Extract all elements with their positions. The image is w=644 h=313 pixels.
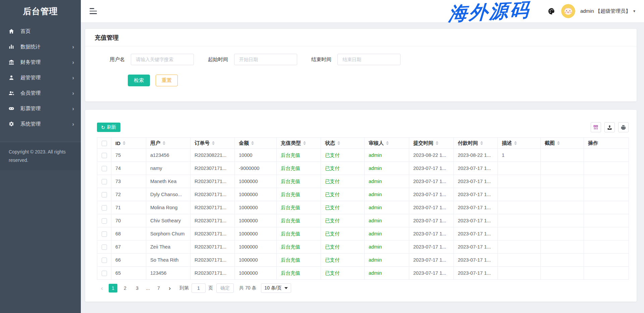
cell-screenshot [541,175,584,188]
cell-action [584,188,629,201]
goto-page-input[interactable] [192,283,206,293]
page-number-7[interactable]: 7 [154,284,163,293]
cell-user: Zeii Thea [146,240,191,254]
row-checkbox-cell [97,188,111,201]
export-button[interactable] [604,122,615,132]
col-auditor[interactable]: 审核人 [365,138,409,149]
col-status[interactable]: 状态 [321,138,365,149]
caret-down-icon [284,287,288,291]
select-all-header [97,138,111,149]
row-checkbox-cell [97,267,111,280]
col-desc[interactable]: 描述 [498,138,541,149]
sidebar-item-finance[interactable]: 财务管理 › [0,54,81,70]
cell-id: 65 [111,267,146,280]
col-id[interactable]: ID [111,138,146,149]
cell-submit_time: 2023-07-17 1... [409,267,454,280]
row-checkbox[interactable] [102,166,107,171]
cell-submit_time: 2023-07-17 1... [409,214,454,227]
select-all-checkbox[interactable] [102,141,107,146]
sidebar-item-lottery[interactable]: 彩票管理 › [0,101,81,116]
columns-filter-button[interactable] [591,122,601,132]
reset-button[interactable]: 重置 [156,75,178,86]
next-page-button[interactable]: › [165,284,175,293]
gamepad-icon [8,105,15,112]
menu-toggle-icon[interactable] [90,8,97,14]
pagination: ‹ 123...7 › 到第 页 确定 共 70 条 10 条/页 [97,283,629,293]
col-submit-time[interactable]: 提交时间 [409,138,454,149]
end-time-filter-label: 结束时间 [311,56,331,63]
cell-auditor: admin [365,188,409,201]
cell-submit_time: 2023-07-17 1... [409,240,454,254]
chevron-right-icon: › [72,75,74,81]
avatar[interactable] [561,4,575,18]
row-checkbox[interactable] [102,192,107,197]
col-pay-time[interactable]: 付款时间 [454,138,498,149]
cell-desc [498,214,541,227]
confirm-page-button[interactable]: 确定 [216,283,234,293]
cell-type: 后台充值 [277,227,321,240]
page-title: 充值管理 [85,29,637,46]
col-screenshot[interactable]: 截图 [541,138,584,149]
table-toolbar: ↻ 刷新 [97,122,629,132]
sort-icon [212,140,215,146]
row-checkbox[interactable] [102,179,107,184]
home-icon [8,28,15,35]
cell-id: 67 [111,240,146,254]
topbar-right: admin 【超级管理员】 ▾ [547,4,635,18]
users-icon [8,90,15,96]
page-unit-label: 页 [208,285,213,291]
print-button[interactable] [618,122,629,132]
sidebar-item-system[interactable]: 系统管理 › [0,116,81,132]
page-ellipsis: ... [144,284,152,293]
sidebar-item-statistics[interactable]: 数据统计 › [0,39,81,54]
cell-auditor: admin [365,267,409,280]
row-checkbox[interactable] [102,218,107,224]
page-number-1[interactable]: 1 [109,284,117,293]
theme-palette-icon[interactable] [547,7,556,15]
copyright: Copyright © 2023. All rights reserved. [0,142,81,170]
sidebar-item-superadmin[interactable]: 超管管理 › [0,70,81,85]
table-row: 70Chiv SothearyR202307171...1000000后台充值已… [97,214,629,227]
row-checkbox[interactable] [102,244,107,250]
prev-page-button[interactable]: ‹ [97,284,107,293]
page-number-3[interactable]: 3 [133,284,142,293]
filter-card: 充值管理 用户名 起始时间 结束时间 [85,29,637,101]
col-order[interactable]: 订单号 [191,138,235,149]
username-filter-input[interactable] [131,54,194,65]
user-menu[interactable]: admin 【超级管理员】 ▾ [580,8,635,14]
col-amount[interactable]: 金额 [235,138,277,149]
col-user[interactable]: 用户 [146,138,191,149]
chevron-right-icon: › [72,106,74,111]
row-checkbox[interactable] [102,153,107,158]
cell-status: 已支付 [321,214,365,227]
col-type[interactable]: 充值类型 [277,138,321,149]
cell-auditor: admin [365,201,409,214]
row-checkbox[interactable] [102,205,107,211]
cell-screenshot [541,188,584,201]
cell-submit_time: 2023-07-17 1... [409,162,454,175]
cell-auditor: admin [365,240,409,254]
page-number-2[interactable]: 2 [121,284,129,293]
cell-status: 已支付 [321,149,365,162]
sidebar-item-members[interactable]: 会员管理 › [0,85,81,101]
refresh-icon: ↻ [101,125,105,130]
row-checkbox[interactable] [102,231,107,237]
end-date-input[interactable] [337,54,400,65]
end-time-filter-group: 结束时间 [311,54,400,65]
row-checkbox-cell [97,162,111,175]
total-count-label: 共 70 条 [239,285,256,291]
cell-desc [498,267,541,280]
cell-status: 已支付 [321,267,365,280]
start-date-input[interactable] [234,54,297,65]
row-checkbox[interactable] [102,258,107,263]
page-size-select[interactable]: 10 条/页 [261,283,291,293]
row-checkbox[interactable] [102,271,107,276]
cell-status: 已支付 [321,175,365,188]
sidebar-item-home[interactable]: 首页 [0,24,81,39]
cell-order: R202307171... [191,175,235,188]
refresh-button[interactable]: ↻ 刷新 [97,123,120,132]
cell-type: 后台充值 [277,214,321,227]
cell-type: 后台充值 [277,267,321,280]
search-button[interactable]: 检索 [128,75,150,86]
cell-desc: 1 [498,149,541,162]
